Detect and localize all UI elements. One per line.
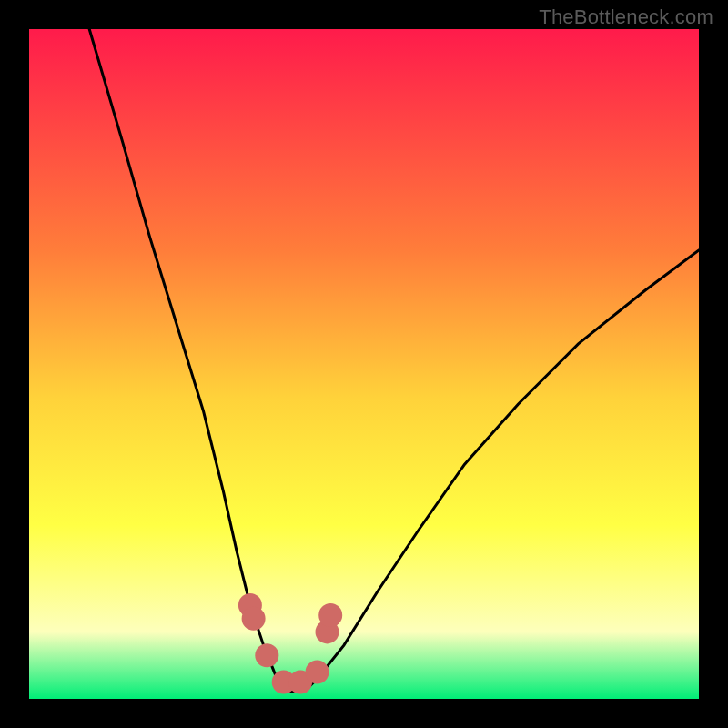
marker-dot: [242, 607, 266, 631]
watermark-text: TheBottleneck.com: [539, 5, 713, 29]
marker-dot: [306, 661, 329, 684]
gradient-background: [29, 29, 699, 699]
outer-frame: TheBottleneck.com: [0, 0, 728, 728]
marker-dot: [318, 603, 342, 627]
marker-dot: [255, 643, 278, 667]
chart-svg: [29, 29, 699, 699]
plot-area: [29, 29, 699, 699]
